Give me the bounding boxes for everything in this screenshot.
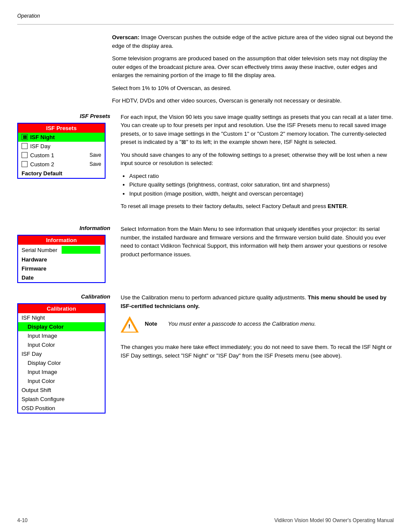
cal-input-image-day-label: Input Image bbox=[28, 369, 57, 375]
operation-label: Operation bbox=[17, 13, 394, 19]
cal-isf-night-item[interactable]: ISF Night bbox=[18, 313, 105, 322]
cal-input-color-night-item[interactable]: Input Color bbox=[18, 340, 105, 349]
cal-splash-configure-label: Splash Configure bbox=[22, 396, 65, 402]
isf-presets-title: ISF Presets bbox=[18, 124, 105, 133]
information-para: Select Information from the Main Menu to… bbox=[121, 225, 394, 258]
overscan-para2: Some television programs are produced ba… bbox=[112, 54, 394, 80]
custom2-checkbox bbox=[22, 161, 28, 167]
firmware-label: Firmware bbox=[22, 265, 47, 272]
isf-presets-content: For each input, the Vision 90 lets you s… bbox=[121, 113, 394, 215]
note-text: You must enter a passcode to access the … bbox=[168, 316, 316, 327]
information-section: Information Information Serial Number Ha… bbox=[17, 225, 394, 283]
bullet-aspect: Aspect ratio bbox=[129, 172, 394, 181]
isf-day-item[interactable]: ISF Day bbox=[18, 142, 105, 151]
isf-presets-label: ISF Presets bbox=[17, 113, 112, 119]
cal-input-color-day-item[interactable]: Input Color bbox=[18, 376, 105, 386]
overscan-para4: For HDTV, DVDs and other video sources, … bbox=[112, 96, 394, 105]
cal-output-shift-item[interactable]: Output Shift bbox=[18, 386, 105, 395]
calibration-para1: Use the Calibration menu to perform adva… bbox=[121, 293, 394, 310]
cal-input-color-day-label: Input Color bbox=[28, 378, 55, 384]
date-item: Date bbox=[18, 273, 105, 282]
custom1-label: Custom 1 bbox=[30, 152, 54, 159]
cal-input-image-night-label: Input Image bbox=[28, 333, 57, 339]
firmware-item: Firmware bbox=[18, 264, 105, 273]
bullet-input: Input position (image position, width, h… bbox=[129, 190, 394, 199]
information-title: Information bbox=[18, 236, 105, 245]
isf-bullets: Aspect ratio Picture quality settings (b… bbox=[129, 172, 394, 199]
custom1-item[interactable]: Custom 1 Save bbox=[18, 151, 105, 160]
footer-title: Vidikron Vision Model 90 Owner's Operati… bbox=[274, 517, 394, 523]
calibration-para2: The changes you make here take effect im… bbox=[121, 343, 394, 360]
cal-isf-day-label: ISF Day bbox=[22, 351, 42, 357]
serial-number-label: Serial Number bbox=[22, 247, 57, 253]
factory-default-item[interactable]: Factory Default bbox=[18, 169, 105, 178]
overscan-para1: Overscan: Image Overscan pushes the outs… bbox=[112, 33, 394, 50]
isf-presets-section: ISF Presets ISF Presets ⊠ ISF Night ISF … bbox=[17, 113, 394, 215]
isf-day-label: ISF Day bbox=[30, 143, 50, 149]
calibration-label: Calibration bbox=[17, 293, 112, 300]
custom2-item[interactable]: Custom 2 Save bbox=[18, 160, 105, 169]
information-menu: Information Serial Number Hardware Firmw… bbox=[17, 235, 106, 283]
cal-input-image-night-item[interactable]: Input Image bbox=[18, 331, 105, 340]
overscan-para3: Select from 1% to 10% of Overscan, as de… bbox=[112, 84, 394, 93]
cal-input-image-day-item[interactable]: Input Image bbox=[18, 367, 105, 376]
isf-para1: For each input, the Vision 90 lets you s… bbox=[121, 113, 394, 146]
calibration-content: Use the Calibration menu to perform adva… bbox=[121, 293, 394, 414]
cal-osd-position-label: OSD Position bbox=[22, 405, 55, 411]
hardware-item: Hardware bbox=[18, 255, 105, 264]
isf-para3: To reset all image presets to their fact… bbox=[121, 202, 394, 211]
cal-isf-night-label: ISF Night bbox=[22, 314, 45, 321]
cal-osd-position-item[interactable]: OSD Position bbox=[18, 404, 105, 413]
isf-night-label: ISF Night bbox=[30, 134, 55, 140]
isf-night-checkbox: ⊠ bbox=[22, 134, 28, 140]
information-content: Select Information from the Main Menu to… bbox=[121, 225, 394, 283]
cal-output-shift-label: Output Shift bbox=[22, 387, 51, 393]
footer: 4-10 Vidikron Vision Model 90 Owner's Op… bbox=[17, 517, 394, 523]
isf-night-item[interactable]: ⊠ ISF Night bbox=[18, 133, 105, 142]
cal-display-color-day-label: Display Color bbox=[28, 360, 61, 366]
information-label: Information bbox=[17, 225, 112, 231]
cal-display-color-night-item[interactable]: Display Color bbox=[18, 322, 105, 331]
custom2-label: Custom 2 bbox=[30, 161, 54, 168]
footer-page-number: 4-10 bbox=[17, 517, 28, 523]
isf-presets-menu: ISF Presets ⊠ ISF Night ISF Day Custom 1… bbox=[17, 123, 106, 179]
note-label: Note bbox=[145, 316, 162, 327]
cal-display-color-night-label: Display Color bbox=[28, 324, 64, 330]
cal-isf-day-item[interactable]: ISF Day bbox=[18, 349, 105, 358]
serial-number-value bbox=[62, 246, 100, 254]
date-label: Date bbox=[22, 274, 34, 281]
calibration-menu: Calibration ISF Night Display Color Inpu… bbox=[17, 303, 106, 414]
hardware-label: Hardware bbox=[22, 256, 47, 263]
calibration-section: Calibration Calibration ISF Night Displa… bbox=[17, 293, 394, 414]
custom1-checkbox bbox=[22, 152, 28, 158]
custom2-save[interactable]: Save bbox=[90, 161, 101, 167]
cal-input-color-night-label: Input Color bbox=[28, 342, 55, 348]
isf-para2: You should save changes to any of the fo… bbox=[121, 151, 394, 168]
exclamation-mark: ! bbox=[128, 323, 130, 330]
factory-default-label: Factory Default bbox=[22, 170, 62, 177]
serial-number-item: Serial Number bbox=[18, 245, 105, 255]
bullet-picture: Picture quality settings (brightness, co… bbox=[129, 180, 394, 190]
note-icon: ! bbox=[121, 316, 139, 337]
note-box: ! Note You must enter a passcode to acce… bbox=[121, 316, 394, 337]
custom1-save[interactable]: Save bbox=[90, 152, 101, 158]
isf-day-checkbox bbox=[22, 143, 28, 149]
calibration-title: Calibration bbox=[18, 304, 105, 313]
cal-splash-configure-item[interactable]: Splash Configure bbox=[18, 395, 105, 404]
cal-display-color-day-item[interactable]: Display Color bbox=[18, 358, 105, 367]
